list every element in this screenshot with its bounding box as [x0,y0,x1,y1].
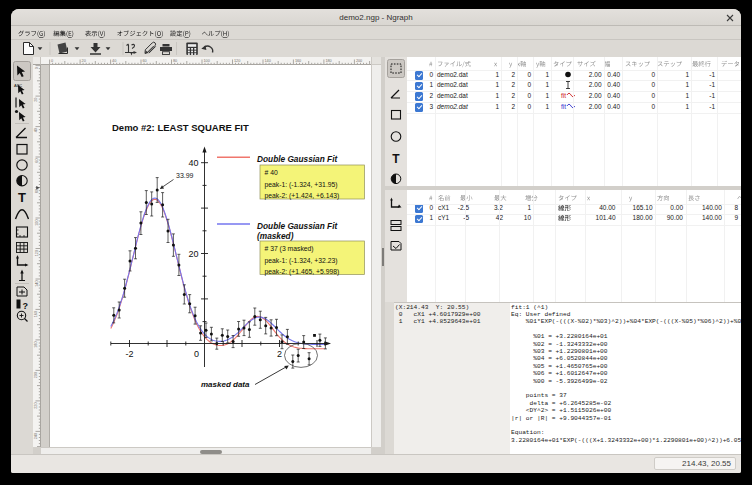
svg-text:masked data: masked data [201,380,250,389]
svg-text:peak-2: (+1.424, +6.143): peak-2: (+1.424, +6.143) [265,192,340,200]
svg-text:200: 200 [356,59,362,63]
svg-text:2: 2 [277,349,282,359]
svg-text:80: 80 [173,59,177,63]
svg-text:T: T [392,152,400,166]
svg-text:140: 140 [265,59,271,63]
svg-text:220: 220 [35,402,39,408]
svg-text:# 37 (3 masked): # 37 (3 masked) [265,245,314,253]
svg-text:40: 40 [35,128,39,132]
svg-text:180: 180 [325,59,331,63]
svg-text:-2: -2 [125,349,133,359]
svg-text:160: 160 [295,59,301,63]
svg-text:20: 20 [35,98,39,102]
svg-text:40: 40 [112,59,116,63]
svg-text:160: 160 [35,311,39,317]
svg-text:100: 100 [204,59,210,63]
svg-text:peak-1: (-1.324, +31.95): peak-1: (-1.324, +31.95) [265,181,338,189]
svg-text:80: 80 [35,189,39,193]
svg-text:180: 180 [35,341,39,347]
svg-text:20: 20 [188,249,198,259]
svg-text:Demo #2: LEAST SQUARE FIT: Demo #2: LEAST SQUARE FIT [112,122,249,133]
svg-text:0: 0 [194,349,199,359]
svg-text:40: 40 [188,158,198,168]
svg-text:0: 0 [35,67,39,69]
svg-text:# 40: # 40 [265,169,278,176]
svg-text:120: 120 [234,59,240,63]
svg-text:120: 120 [35,250,39,256]
svg-text:200: 200 [35,372,39,378]
svg-text:peak-1: (-1.324, +32.23): peak-1: (-1.324, +32.23) [265,257,338,265]
svg-text:ABC: ABC [14,83,22,88]
svg-text:0: 0 [51,59,53,63]
svg-text:peak-2: (+1.465, +5.998): peak-2: (+1.465, +5.998) [265,268,340,276]
svg-text:100: 100 [35,220,39,226]
svg-text:Double Gaussian Fit: Double Gaussian Fit [257,154,338,164]
svg-text:240: 240 [35,433,39,439]
svg-text:Double Gaussian Fit: Double Gaussian Fit [257,221,338,231]
svg-text:60: 60 [143,59,147,63]
svg-text:140: 140 [35,281,39,287]
svg-text:T: T [18,190,26,205]
svg-text:60: 60 [35,159,39,163]
svg-text:20: 20 [82,59,86,63]
svg-text:?: ? [23,301,29,311]
svg-text:33.99: 33.99 [176,172,194,179]
svg-text:(masked): (masked) [257,231,294,241]
